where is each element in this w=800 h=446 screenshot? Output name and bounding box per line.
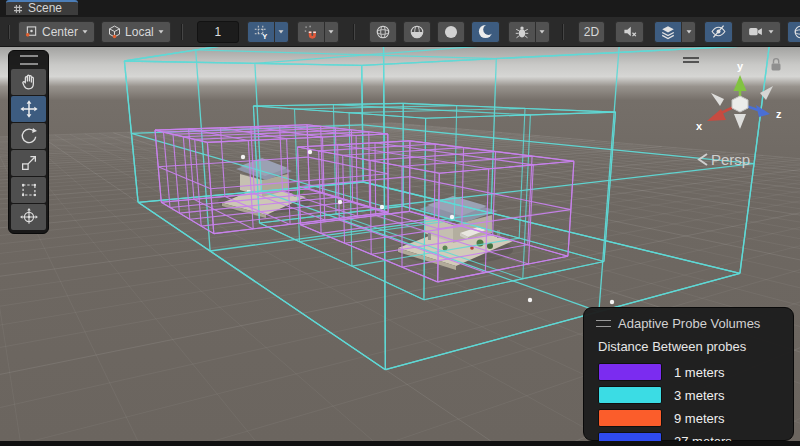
gizmos-split-button: [787, 21, 800, 43]
wireframe-sphere-icon: [375, 24, 391, 40]
grid-size-input[interactable]: [197, 21, 239, 43]
gizmo-sphere-icon: [793, 24, 800, 40]
tools-drag-handle[interactable]: [20, 55, 38, 65]
moon-icon: [477, 23, 494, 40]
window-bottom-border: [0, 441, 800, 446]
tab-bar: Scene: [0, 0, 800, 17]
chevron-down-icon: [81, 29, 89, 34]
legend-label: 9 meters: [674, 411, 725, 426]
projection-toggle[interactable]: Persp: [699, 151, 750, 168]
legend-header: Adaptive Probe Volumes: [596, 316, 783, 331]
eye-hidden-icon: [710, 23, 727, 40]
rotate-tool-button[interactable]: [11, 123, 46, 149]
cube-icon: [107, 24, 122, 39]
magnet-snap-icon: [303, 24, 319, 40]
scene-visibility-button[interactable]: [704, 21, 733, 43]
pivot-mode-label: Center: [42, 25, 78, 39]
apv-legend-panel: Adaptive Probe Volumes Distance Between …: [583, 307, 794, 441]
move-tool-icon: [19, 99, 39, 119]
scale-tool-icon: [19, 153, 39, 173]
chevron-down-icon: [767, 29, 775, 34]
2d-toggle-label: 2D: [584, 25, 599, 39]
chevron-down-icon: [538, 29, 546, 34]
debug-dropdown[interactable]: [536, 21, 550, 43]
legend-row: 3 meters: [598, 386, 783, 404]
legend-row: 1 meters: [598, 363, 783, 381]
camera-settings-button[interactable]: [741, 21, 781, 43]
grid-hash-icon: [13, 4, 23, 14]
rotate-tool-icon: [19, 126, 39, 146]
legend-swatch: [598, 363, 662, 381]
rect-tool-button[interactable]: [11, 177, 46, 203]
camera-icon: [747, 23, 764, 40]
shaded-wireframe-sphere-icon: [409, 24, 425, 40]
legend-drag-handle[interactable]: [596, 320, 611, 327]
svg-text:Y: Y: [262, 31, 267, 39]
tools-overlay: [8, 50, 49, 234]
2d-toggle-button[interactable]: 2D: [578, 21, 605, 43]
chevron-down-icon: [277, 29, 285, 34]
grid-snap-icon: Y: [253, 24, 269, 40]
legend-subtitle: Distance Between probes: [598, 339, 783, 354]
gizmo-drag-handle[interactable]: [683, 58, 699, 62]
gizmo-z-label: z: [776, 108, 782, 120]
snap-increment-dropdown[interactable]: [325, 21, 339, 43]
pivot-icon: [24, 24, 39, 39]
speaker-muted-icon: [621, 23, 638, 40]
transform-tool-button[interactable]: [11, 204, 46, 230]
scene-toolbar: Center Local Y: [0, 17, 800, 47]
move-tool-button[interactable]: [11, 96, 46, 122]
tab-scene[interactable]: Scene: [6, 0, 78, 15]
layers-icon: [660, 24, 676, 40]
gizmo-y-label: y: [737, 60, 744, 72]
grid-snap-button[interactable]: Y: [247, 21, 275, 43]
gizmos-button[interactable]: [787, 21, 800, 43]
legend-row: 9 meters: [598, 409, 783, 427]
draw-mode-shaded-button[interactable]: [437, 21, 465, 43]
gizmo-hub-cube[interactable]: [732, 96, 748, 112]
snap-increment-split-button: [297, 21, 339, 43]
effects-button[interactable]: [654, 21, 682, 43]
rect-tool-icon: [19, 180, 39, 200]
legend-swatch: [598, 409, 662, 427]
scale-tool-button[interactable]: [11, 150, 46, 176]
grid-snap-split-button: Y: [247, 21, 289, 43]
toolbar-drag-handle[interactable]: [8, 25, 10, 39]
pivot-mode-button[interactable]: Center: [18, 21, 95, 43]
chevron-down-icon: [157, 29, 165, 34]
toolbar-separator: [353, 24, 355, 40]
unity-scene-view: Scene Center Local: [0, 0, 800, 446]
legend-swatch: [598, 386, 662, 404]
debug-split-button: [508, 21, 550, 43]
bug-icon: [514, 24, 530, 40]
orientation-mode-label: Local: [125, 25, 154, 39]
snap-increment-button[interactable]: [297, 21, 325, 43]
effects-split-button: [654, 21, 696, 43]
debug-button[interactable]: [508, 21, 536, 43]
chevron-down-icon: [327, 29, 335, 34]
scene-lighting-button[interactable]: [471, 21, 500, 43]
transform-tool-icon: [19, 207, 39, 227]
hand-tool-icon: [19, 72, 39, 92]
draw-mode-shaded-wireframe-button[interactable]: [403, 21, 431, 43]
legend-title: Adaptive Probe Volumes: [618, 316, 760, 331]
chevron-down-icon: [685, 29, 693, 34]
lock-icon[interactable]: [772, 59, 781, 71]
audio-toggle-button[interactable]: [615, 21, 644, 43]
toolbar-separator: [562, 24, 564, 40]
legend-label: 1 meters: [674, 365, 725, 380]
tab-label: Scene: [28, 1, 62, 16]
shaded-sphere-icon: [443, 24, 459, 40]
view-tool-button[interactable]: [11, 69, 46, 95]
projection-label: Persp: [711, 151, 750, 168]
gizmo-x-label: x: [696, 120, 703, 132]
orientation-gizmo: y x z Persp: [680, 50, 795, 172]
legend-label: 3 meters: [674, 388, 725, 403]
draw-mode-wireframe-button[interactable]: [369, 21, 397, 43]
toolbar-separator: [181, 24, 183, 40]
effects-dropdown[interactable]: [682, 21, 696, 43]
orientation-mode-button[interactable]: Local: [101, 21, 171, 43]
grid-snap-dropdown[interactable]: [275, 21, 289, 43]
